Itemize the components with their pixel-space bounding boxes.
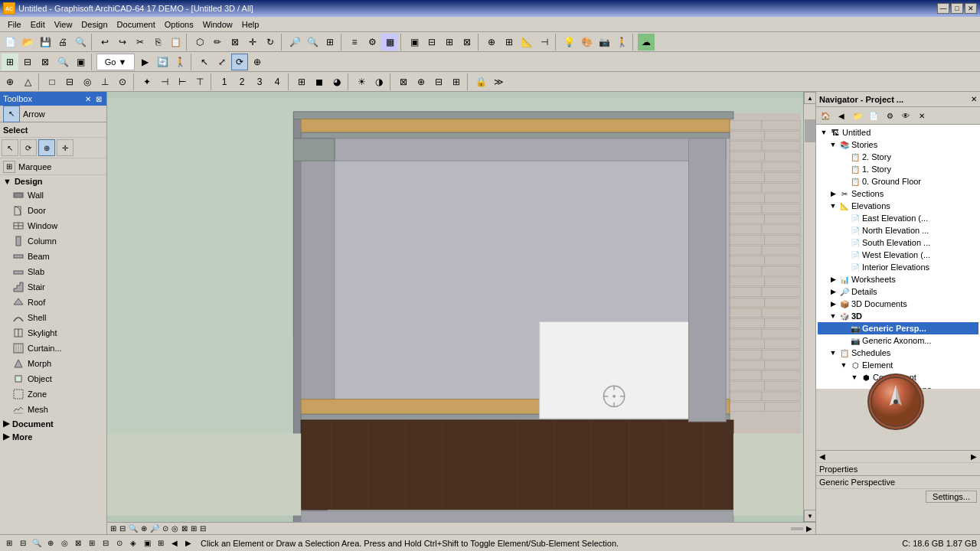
tb-snap-edge[interactable]: ⊟ xyxy=(61,73,78,90)
maximize-button[interactable]: □ xyxy=(951,3,963,14)
tb-cam[interactable]: 📷 xyxy=(596,34,612,51)
tb-walk[interactable]: 🚶 xyxy=(613,34,630,51)
tb-magic[interactable]: ✦ xyxy=(139,73,155,90)
vp-icon-10[interactable]: ⊟ xyxy=(200,524,206,533)
tb-extra4[interactable]: ⊞ xyxy=(448,73,465,90)
tree-item-generic-axon[interactable]: ▶ 📷 Generic Axonom... xyxy=(818,334,978,347)
tb-save2[interactable]: 🖨 xyxy=(54,34,71,51)
tb-pointer[interactable]: ⤢ xyxy=(214,54,230,70)
nav-btn-close[interactable]: ✕ xyxy=(914,109,929,122)
vp-icon-9[interactable]: ⊞ xyxy=(191,524,197,533)
tree-item-element[interactable]: ▼ ⬡ Element xyxy=(818,359,978,371)
3d-rotate-icon[interactable]: ⊕ xyxy=(38,139,55,156)
tb-extra3[interactable]: ⊟ xyxy=(430,73,447,90)
tb-layers[interactable]: ≡ xyxy=(346,34,363,51)
toolbox-close-icon[interactable]: ✕ xyxy=(83,95,93,103)
tree-toggle-sections[interactable]: ▶ xyxy=(828,190,838,197)
go-dropdown[interactable]: Go ▼ xyxy=(96,54,135,70)
tb-split[interactable]: ⊣ xyxy=(156,73,173,90)
tree-item-south-elev[interactable]: ▶ 📄 South Elevation ... xyxy=(818,236,978,249)
viewport[interactable]: ▲ ▼ ⊞ ⊟ 🔍 ⊕ 🔎 ⊙ ◎ ⊠ ⊞ ⊟ ▶ xyxy=(107,92,815,534)
tree-toggle-3ddocs[interactable]: ▶ xyxy=(828,300,838,308)
tb-copy[interactable]: ⎘ xyxy=(149,34,166,51)
tree-item-generic-persp[interactable]: ▶ 📷 Generic Persp... xyxy=(818,322,978,334)
toolbox-item-slab[interactable]: Slab xyxy=(0,264,106,279)
scroll-thumb-v[interactable] xyxy=(805,119,815,142)
compass-circle[interactable] xyxy=(867,373,924,430)
title-bar-controls[interactable]: — □ ✕ xyxy=(937,3,977,14)
tb-section[interactable]: ⊟ xyxy=(423,34,440,51)
tree-toggle-comp[interactable]: ▼ xyxy=(850,373,859,381)
tb-3d-shaded[interactable]: ◕ xyxy=(328,73,345,90)
tb-undo[interactable]: ↩ xyxy=(96,34,113,51)
toolbox-item-object[interactable]: Object xyxy=(0,371,106,386)
tb-num-1[interactable]: 1 xyxy=(216,73,233,90)
nav-btn-home[interactable]: 🏠 xyxy=(818,109,833,122)
toolbox-item-mesh[interactable]: Mesh xyxy=(0,402,106,417)
tb-snap-perp[interactable]: ⊥ xyxy=(96,73,113,90)
tree-item-interior-elev[interactable]: ▶ 📄 Interior Elevations xyxy=(818,261,978,273)
tree-toggle-3d[interactable]: ▼ xyxy=(828,312,838,320)
tb-cut[interactable]: ✂ xyxy=(132,34,149,51)
tb-fit[interactable]: ⊞ xyxy=(322,34,338,51)
tb-snap-node[interactable]: □ xyxy=(44,73,60,90)
toolbox-item-morph[interactable]: Morph xyxy=(0,356,106,371)
tb-select-2[interactable]: ↖ xyxy=(196,54,213,70)
nav-close-icon[interactable]: ✕ xyxy=(971,95,977,103)
tb-rotate[interactable]: ↻ xyxy=(262,34,279,51)
nav-back-btn[interactable]: ◀ xyxy=(819,452,825,461)
3d-scene[interactable]: ▲ ▼ xyxy=(107,92,815,522)
tb-snap-center[interactable]: ◎ xyxy=(79,73,96,90)
tree-item-west-elev[interactable]: ▶ 📄 West Elevation (... xyxy=(818,249,978,261)
tb-zoom-out[interactable]: 🔍 xyxy=(304,34,321,51)
tb-cloud[interactable]: ☁ xyxy=(638,34,655,51)
tb-render[interactable]: 🎨 xyxy=(578,34,595,51)
tb-arrow-btn[interactable]: ↖ xyxy=(3,106,20,122)
vp-icon-7[interactable]: ◎ xyxy=(172,524,178,533)
nav-forward-btn[interactable]: ▶ xyxy=(971,452,977,461)
tb-snap[interactable]: ⊕ xyxy=(483,34,500,51)
vp-icon-1[interactable]: ⊞ xyxy=(110,524,116,533)
toolbox-item-skylight[interactable]: Skylight xyxy=(0,325,106,341)
tree-toggle-elem[interactable]: ▼ xyxy=(839,361,848,369)
tb-coord[interactable]: ⊕ xyxy=(2,73,18,90)
toolbox-design-section[interactable]: ▼ Design xyxy=(0,175,106,187)
status-icon-4[interactable]: ⊕ xyxy=(44,537,57,549)
tree-item-schedules[interactable]: ▼ 📋 Schedules xyxy=(818,347,978,359)
tb-3d-btn[interactable]: ▣ xyxy=(72,54,89,70)
settings-button[interactable]: Settings... xyxy=(926,491,977,503)
toolbox-item-window[interactable]: Window xyxy=(0,218,106,233)
toolbox-item-stair[interactable]: Stair xyxy=(0,279,106,295)
tb-open[interactable]: 📂 xyxy=(19,34,36,51)
vp-icon-11[interactable]: ▶ xyxy=(806,524,812,533)
tb-draw[interactable]: ✏ xyxy=(209,34,226,51)
tb-num-3[interactable]: 3 xyxy=(251,73,268,90)
toolbox-item-zone[interactable]: Zone xyxy=(0,386,106,402)
vp-icon-8[interactable]: ⊠ xyxy=(181,524,188,533)
marquee-icon[interactable]: ⊞ xyxy=(3,161,15,173)
toolbox-item-column[interactable]: Column xyxy=(0,233,106,249)
tb-light[interactable]: 💡 xyxy=(560,34,577,51)
tb-zoom-in[interactable]: 🔎 xyxy=(286,34,303,51)
tb-rel[interactable]: △ xyxy=(19,73,36,90)
status-icon-5[interactable]: ◎ xyxy=(58,537,70,549)
compass-widget[interactable] xyxy=(867,373,929,435)
tree-item-ground-floor[interactable]: ▶ 📋 0. Ground Floor xyxy=(818,175,978,187)
close-button[interactable]: ✕ xyxy=(965,3,977,14)
vp-icon-2[interactable]: ⊟ xyxy=(119,524,126,533)
tb-fill[interactable]: ▦ xyxy=(381,34,398,51)
vp-icon-5[interactable]: 🔎 xyxy=(150,524,159,533)
tb-new[interactable]: 📄 xyxy=(2,34,18,51)
vp-scroll-indicator[interactable] xyxy=(791,527,803,530)
status-icon-13[interactable]: ◀ xyxy=(168,537,181,549)
vp-icon-4[interactable]: ⊕ xyxy=(141,524,147,533)
tb-print[interactable]: 🔍 xyxy=(72,34,89,51)
navigator-tree[interactable]: ▼ 🏗 Untitled ▼ 📚 Stories ▶ 📋 2. Story ▶ … xyxy=(816,125,980,389)
tb-paste[interactable]: 📋 xyxy=(167,34,184,51)
toolbox-item-wall[interactable]: Wall xyxy=(0,187,106,203)
tb-guide[interactable]: ⊣ xyxy=(536,34,553,51)
toolbox-float-icon[interactable]: ⊠ xyxy=(94,95,103,103)
nav-btn-back[interactable]: ◀ xyxy=(834,109,849,122)
tree-item-east-elev[interactable]: ▶ 📄 East Elevation (... xyxy=(818,212,978,224)
tb-num-2[interactable]: 2 xyxy=(234,73,250,90)
